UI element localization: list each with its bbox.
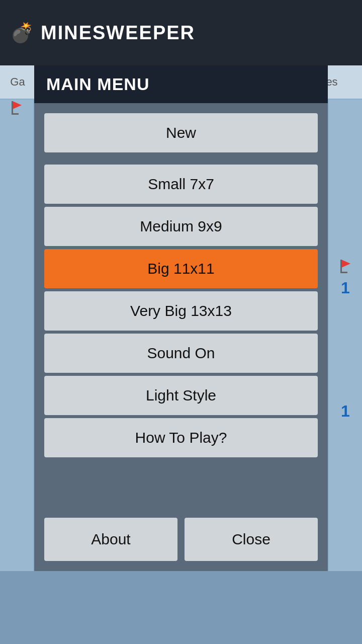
new-button[interactable]: New bbox=[44, 113, 318, 152]
svg-rect-5 bbox=[340, 272, 347, 273]
how-to-play-button[interactable]: How To Play? bbox=[44, 418, 318, 457]
svg-rect-1 bbox=[12, 101, 13, 114]
game-tab-left: Ga bbox=[0, 65, 35, 100]
right-number-top: 1 bbox=[341, 279, 350, 297]
light-style-button[interactable]: Light Style bbox=[44, 376, 318, 415]
sound-button[interactable]: Sound On bbox=[44, 334, 318, 373]
small-button[interactable]: Small 7x7 bbox=[44, 165, 318, 204]
bottom-bar bbox=[0, 571, 362, 644]
left-column: 1 bbox=[0, 65, 34, 571]
main-menu-modal: MAIN MENU New Small 7x7 Medium 9x9 Big 1… bbox=[34, 65, 328, 571]
left-flag-icon bbox=[8, 98, 26, 116]
close-button[interactable]: Close bbox=[185, 518, 318, 561]
app-title: MINESWEEPER bbox=[41, 22, 195, 44]
right-column: 1 1 bbox=[328, 65, 362, 571]
app-bar: 💣 MINESWEEPER bbox=[0, 0, 362, 65]
modal-bottom-buttons: About Close bbox=[34, 511, 328, 571]
app-icon: 💣 bbox=[10, 22, 34, 44]
big-button[interactable]: Big 11x11 bbox=[44, 249, 318, 288]
modal-content: New Small 7x7 Medium 9x9 Big 11x11 Very … bbox=[34, 103, 328, 511]
right-flag-icon bbox=[336, 257, 354, 275]
modal-title: MAIN MENU bbox=[46, 74, 149, 94]
svg-rect-4 bbox=[340, 260, 342, 273]
svg-marker-0 bbox=[13, 101, 22, 109]
svg-marker-3 bbox=[341, 260, 350, 268]
about-button[interactable]: About bbox=[44, 518, 177, 561]
very-big-button[interactable]: Very Big 13x13 bbox=[44, 291, 318, 331]
right-number-bottom: 1 bbox=[341, 402, 350, 421]
svg-rect-2 bbox=[12, 113, 19, 115]
medium-button[interactable]: Medium 9x9 bbox=[44, 207, 318, 246]
modal-header: MAIN MENU bbox=[34, 65, 328, 103]
